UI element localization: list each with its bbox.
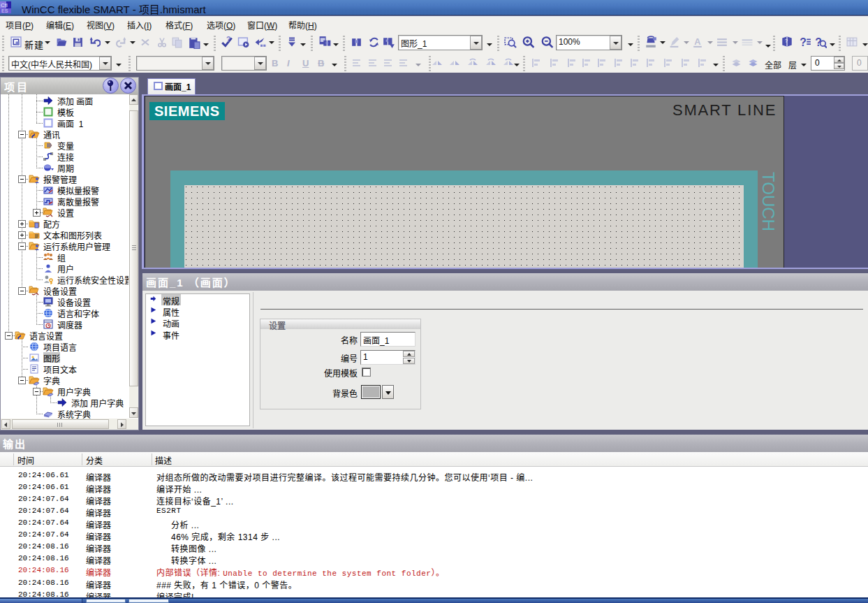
svg-text:?: ? [785,38,788,44]
svg-text:?: ? [800,36,807,48]
svg-text:ES: ES [1,8,8,13]
svg-text:?: ? [226,36,230,43]
svg-text:A: A [694,36,700,47]
svg-text:Cfl: Cfl [1,2,8,8]
